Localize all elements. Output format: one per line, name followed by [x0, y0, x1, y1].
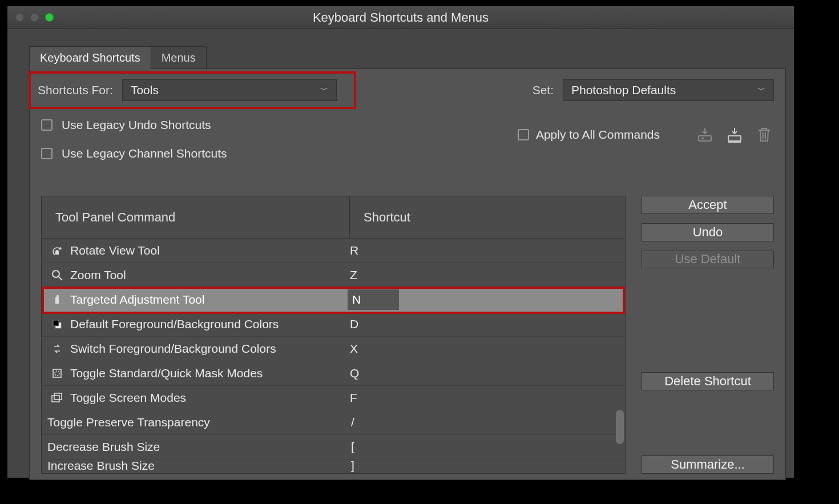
legacy-channel-row: Use Legacy Channel Shortcuts [41, 147, 227, 160]
table-scrollbar[interactable] [616, 410, 624, 444]
svg-rect-2 [728, 136, 741, 141]
targeted-adjustment-icon [47, 293, 67, 306]
use-default-button[interactable]: Use Default [642, 251, 774, 269]
window-title: Keyboard Shortcuts and Menus [7, 10, 794, 25]
screen-modes-icon [47, 392, 67, 404]
table-row[interactable]: Zoom Tool Z [42, 263, 625, 288]
svg-rect-7 [53, 320, 59, 326]
table-row[interactable]: Toggle Standard/Quick Mask Modes Q [42, 361, 625, 386]
zoom-icon [47, 269, 67, 281]
row-shortcut: X [348, 342, 358, 356]
titlebar: Keyboard Shortcuts and Menus [7, 6, 794, 29]
delete-shortcut-button[interactable]: Delete Shortcut [642, 372, 774, 390]
button-column: Accept Undo Use Default Delete Shortcut … [642, 196, 774, 474]
chevron-down-icon: ﹀ [320, 85, 328, 95]
row-name: Default Foreground/Background Colors [67, 317, 348, 331]
tab-bar: Keyboard Shortcuts Menus [29, 46, 786, 69]
legacy-channel-checkbox[interactable] [41, 148, 53, 159]
trash-icon[interactable] [755, 125, 774, 144]
set-group: Set: Photoshop Defaults ﹀ [533, 79, 774, 101]
default-colors-icon [47, 318, 67, 330]
row-name: Toggle Preserve Transparency [45, 416, 349, 429]
tab-keyboard-shortcuts[interactable]: Keyboard Shortcuts [29, 46, 151, 69]
apply-all-label: Apply to All Commands [536, 128, 660, 142]
table-row[interactable]: Switch Foreground/Background Colors X [42, 337, 625, 361]
svg-rect-10 [54, 393, 62, 400]
legacy-channel-label: Use Legacy Channel Shortcuts [62, 147, 227, 160]
rotate-view-icon [47, 244, 67, 257]
row-shortcut: D [348, 317, 358, 331]
svg-line-5 [59, 277, 62, 280]
new-set-icon[interactable] [725, 125, 744, 144]
svg-rect-1 [701, 138, 704, 139]
svg-rect-8 [53, 369, 61, 377]
row-shortcut: F [348, 391, 357, 405]
legacy-undo-checkbox[interactable] [41, 119, 53, 131]
undo-button[interactable]: Undo [642, 223, 774, 241]
table-row[interactable]: Toggle Screen Modes F [42, 386, 625, 410]
apply-all-row: Apply to All Commands [518, 128, 660, 142]
table-row[interactable]: Decrease Brush Size [ [42, 435, 625, 459]
table-row-selected[interactable]: Targeted Adjustment Tool N [42, 288, 625, 312]
shortcut-table: Tool Panel Command Shortcut Rotate View … [41, 196, 626, 474]
table-row[interactable]: Default Foreground/Background Colors D [42, 312, 625, 337]
table-header: Tool Panel Command Shortcut [42, 196, 625, 239]
row-name: Switch Foreground/Background Colors [67, 342, 348, 356]
legacy-undo-row: Use Legacy Undo Shortcuts [41, 118, 211, 132]
svg-rect-11 [52, 396, 59, 402]
row-name: Toggle Screen Modes [67, 391, 348, 405]
row-name: Decrease Brush Size [45, 440, 349, 454]
shortcuts-for-value: Tools [131, 83, 159, 97]
row-name: Rotate View Tool [67, 244, 348, 257]
tab-panel: Shortcuts For: Tools ﹀ Set: Photoshop De… [29, 69, 786, 480]
table-row[interactable]: Toggle Preserve Transparency / [42, 410, 625, 435]
dialog-window: Keyboard Shortcuts and Menus Keyboard Sh… [7, 6, 794, 478]
set-select[interactable]: Photoshop Defaults ﹀ [563, 79, 774, 101]
legacy-undo-label: Use Legacy Undo Shortcuts [62, 118, 211, 132]
table-row[interactable]: Increase Brush Size ] [42, 459, 625, 472]
set-value: Photoshop Defaults [571, 83, 676, 97]
quick-mask-icon [47, 368, 67, 379]
dialog-content: Keyboard Shortcuts Menus Shortcuts For: … [29, 46, 786, 478]
row-shortcut: Z [348, 268, 357, 282]
row-name: Zoom Tool [67, 268, 348, 282]
shortcuts-for-select[interactable]: Tools ﹀ [122, 79, 337, 101]
row-shortcut: R [348, 244, 358, 257]
switch-colors-icon [47, 343, 67, 354]
row-name: Toggle Standard/Quick Mask Modes [67, 366, 348, 380]
tab-menus[interactable]: Menus [151, 46, 207, 68]
svg-point-9 [55, 371, 59, 376]
save-set-icon[interactable] [695, 125, 715, 144]
row-name: Increase Brush Size [45, 459, 349, 472]
row-name: Targeted Adjustment Tool [67, 293, 348, 307]
shortcut-edit-field[interactable]: N [348, 289, 399, 310]
apply-all-checkbox[interactable] [518, 129, 529, 140]
row-shortcut: ] [349, 459, 354, 472]
right-controls: Apply to All Commands [518, 125, 774, 144]
chevron-down-icon: ﹀ [757, 85, 765, 95]
accept-button[interactable]: Accept [642, 196, 774, 214]
table-row[interactable]: Rotate View Tool R [42, 239, 625, 263]
svg-point-4 [53, 271, 59, 277]
main-area: Tool Panel Command Shortcut Rotate View … [41, 196, 774, 474]
set-label: Set: [533, 83, 554, 97]
row-shortcut: [ [349, 440, 354, 454]
summarize-button[interactable]: Summarize... [642, 455, 774, 474]
col-command: Tool Panel Command [42, 196, 350, 238]
col-shortcut: Shortcut [350, 210, 410, 225]
row-shortcut: / [349, 416, 354, 429]
shortcuts-for-label: Shortcuts For: [38, 83, 113, 97]
shortcuts-for-group-highlight: Shortcuts For: Tools ﹀ [30, 72, 355, 108]
table-body[interactable]: Rotate View Tool R Zoom Tool Z [42, 239, 625, 473]
svg-rect-0 [699, 136, 711, 141]
row-shortcut: Q [348, 366, 359, 380]
